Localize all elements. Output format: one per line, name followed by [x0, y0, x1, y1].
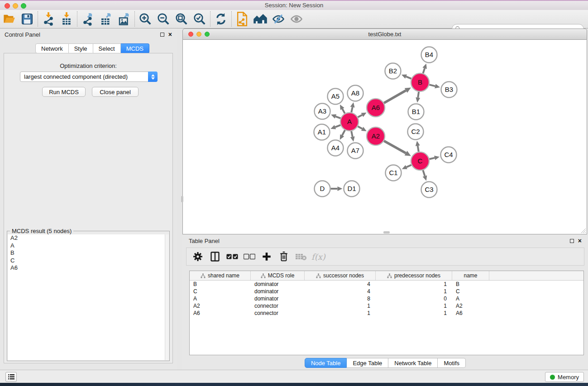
criterion-select[interactable]: largest connected component (directed)	[20, 71, 158, 82]
minimize-network-button[interactable]	[196, 32, 201, 37]
close-window-button[interactable]	[5, 3, 10, 9]
node-B2[interactable]: B2	[385, 63, 401, 79]
result-scrollbar[interactable]	[165, 234, 169, 360]
cell-MCDS-role[interactable]: dominator	[251, 288, 305, 295]
node-C1[interactable]: C1	[386, 165, 402, 181]
select-all-icon[interactable]	[225, 249, 240, 264]
cell-successor-nodes[interactable]: 4	[305, 288, 376, 295]
task-history-button[interactable]	[5, 372, 17, 382]
result-item[interactable]: A	[8, 242, 169, 250]
edge-C-C2[interactable]	[418, 146, 419, 152]
node-B1[interactable]: B1	[408, 104, 424, 120]
edge-B-B3[interactable]	[429, 85, 435, 86]
export-image-icon[interactable]	[115, 11, 133, 27]
close-network-button[interactable]	[188, 32, 193, 37]
export-table-icon[interactable]	[97, 11, 115, 27]
cell-name[interactable]: A6	[452, 310, 489, 317]
tab-network-table[interactable]: Network Table	[388, 358, 438, 368]
node-D1[interactable]: D1	[344, 181, 360, 197]
edge-C-C4[interactable]	[429, 158, 435, 159]
node-A6[interactable]: A6	[367, 99, 385, 117]
cell-MCDS-role[interactable]: connector	[251, 302, 305, 310]
node-B[interactable]: B	[411, 73, 429, 91]
table-row[interactable]: A6connector11A6	[190, 310, 583, 317]
table-row[interactable]: Cdominator41C	[190, 288, 583, 295]
edge-A-A8[interactable]	[351, 107, 352, 113]
deselect-all-icon[interactable]	[242, 249, 257, 264]
column-header-predecessor-nodes[interactable]: predecessor nodes	[376, 271, 452, 280]
eye-icon[interactable]	[287, 11, 306, 27]
import-table-icon[interactable]	[57, 11, 76, 27]
cell-successor-nodes[interactable]: 4	[305, 281, 376, 288]
save-session-icon[interactable]	[18, 11, 36, 27]
close-panel-icon[interactable]: ×	[168, 32, 172, 37]
column-header-successor-nodes[interactable]: successor nodes	[305, 271, 376, 280]
network-canvas[interactable]: B4B2BB3A8A5A6A3B1AA1C2A2A4A7C4CC1DD1C3	[182, 40, 587, 234]
node-A1[interactable]: A1	[314, 124, 330, 140]
refresh-layout-icon[interactable]	[212, 11, 230, 27]
node-A7[interactable]: A7	[348, 143, 363, 159]
network-vscrollbar[interactable]	[181, 196, 183, 202]
edge-C-C3[interactable]	[423, 170, 425, 176]
zoom-network-button[interactable]	[205, 32, 210, 37]
column-header-name[interactable]: name	[452, 271, 489, 280]
close-panel-button[interactable]: Close panel	[92, 87, 139, 97]
columns-icon[interactable]	[207, 249, 223, 264]
result-item[interactable]: B	[8, 249, 169, 257]
edge-B-B2[interactable]	[406, 76, 411, 79]
zoom-window-button[interactable]	[21, 3, 26, 9]
cell-successor-nodes[interactable]: 1	[305, 302, 376, 310]
cell-predecessor-nodes[interactable]: 1	[376, 281, 452, 288]
cell-predecessor-nodes[interactable]: 1	[376, 302, 452, 310]
tab-motifs[interactable]: Motifs	[438, 358, 466, 368]
cell-name[interactable]: B	[452, 281, 489, 288]
cell-name[interactable]: A	[452, 295, 489, 302]
cell-MCDS-role[interactable]: dominator	[251, 295, 305, 302]
node-A2[interactable]: A2	[367, 127, 385, 145]
node-A[interactable]: A	[340, 113, 359, 131]
tab-mcds[interactable]: MCDS	[121, 43, 149, 53]
cell-name[interactable]: C	[452, 288, 489, 295]
network-document-icon[interactable]	[233, 11, 251, 27]
resize-grip-icon[interactable]	[580, 227, 586, 234]
cell-shared-name[interactable]: B	[190, 281, 251, 288]
zoom-out-icon[interactable]	[154, 11, 172, 27]
node-A5[interactable]: A5	[328, 89, 344, 105]
cell-predecessor-nodes[interactable]: 0	[376, 295, 452, 302]
column-header-shared-name[interactable]: shared name	[190, 271, 251, 280]
minimize-window-button[interactable]	[13, 3, 18, 9]
float-table-panel-icon[interactable]	[570, 239, 574, 243]
table-row[interactable]: A2connector11A2	[190, 302, 583, 310]
eye-slash-icon[interactable]	[269, 11, 287, 27]
add-icon[interactable]	[259, 249, 274, 264]
tab-network[interactable]: Network	[35, 43, 69, 53]
node-D[interactable]: D	[315, 181, 330, 197]
edge-A-A2[interactable]	[358, 126, 362, 129]
node-C[interactable]: C	[411, 152, 429, 170]
column-header-MCDS-role[interactable]: MCDS role	[251, 271, 305, 280]
tab-node-table[interactable]: Node Table	[305, 358, 347, 368]
node-table[interactable]: shared nameMCDS rolesuccessor nodesprede…	[189, 271, 584, 355]
cell-shared-name[interactable]: C	[190, 288, 251, 295]
tab-select[interactable]: Select	[93, 43, 121, 53]
node-A8[interactable]: A8	[348, 86, 363, 101]
cell-predecessor-nodes[interactable]: 1	[376, 310, 452, 317]
memory-button[interactable]: Memory	[545, 372, 584, 382]
tab-edge-table[interactable]: Edge Table	[347, 358, 388, 368]
edge-A6-B[interactable]	[384, 91, 406, 103]
result-item[interactable]: A6	[8, 264, 169, 272]
table-row[interactable]: Bdominator41B	[190, 281, 583, 288]
mcds-result-list[interactable]: A2ABCA6	[8, 234, 169, 360]
edge-B-B1[interactable]	[418, 92, 419, 98]
edge-A2-C[interactable]	[384, 141, 406, 153]
function-builder-icon[interactable]: f(x)	[311, 252, 325, 262]
close-table-panel-icon[interactable]: ×	[578, 238, 582, 243]
result-item[interactable]: C	[8, 257, 169, 265]
delete-table-icon[interactable]	[293, 249, 309, 264]
float-panel-icon[interactable]	[160, 33, 164, 37]
cell-MCDS-role[interactable]: connector	[251, 310, 305, 317]
cell-predecessor-nodes[interactable]: 1	[376, 288, 452, 295]
table-row[interactable]: Adominator80A	[190, 295, 583, 302]
delete-icon[interactable]	[276, 249, 292, 264]
edge-A-A6[interactable]	[358, 115, 362, 117]
